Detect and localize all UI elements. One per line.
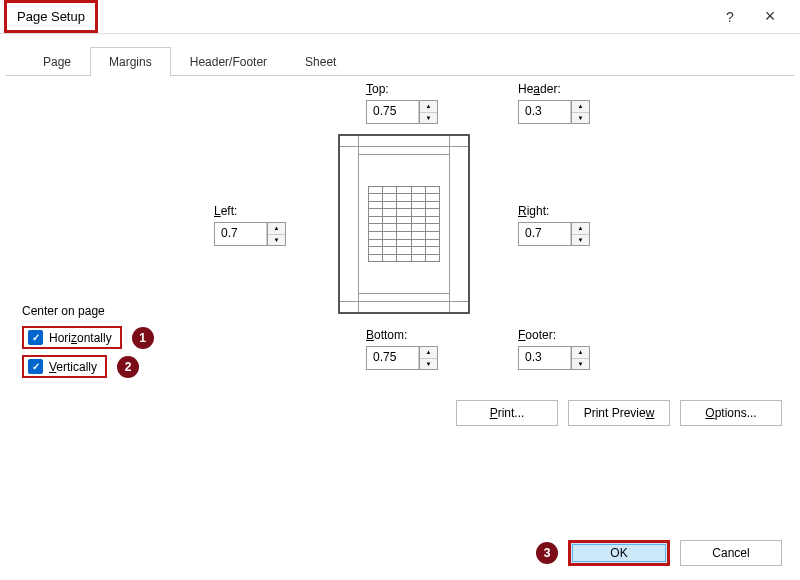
arrow-down-icon[interactable]: ▼ <box>420 113 437 124</box>
input-top[interactable]: 0.75 <box>367 101 419 123</box>
margin-footer-group: Footer: 0.3 ▲▼ <box>518 328 590 370</box>
center-on-page-label: Center on page <box>22 304 154 318</box>
titlebar: Page Setup ? × <box>0 0 800 34</box>
checkbox-horizontally-wrap[interactable]: ✓ Horizontally <box>22 326 122 349</box>
print-preview-button[interactable]: Print Preview <box>568 400 670 426</box>
margin-right-group: Right: 0.7 ▲▼ <box>518 204 590 246</box>
tab-headerfooter[interactable]: Header/Footer <box>171 47 286 76</box>
arrow-up-icon[interactable]: ▲ <box>572 101 589 113</box>
spinner-arrows[interactable]: ▲▼ <box>571 223 589 245</box>
arrow-up-icon[interactable]: ▲ <box>268 223 285 235</box>
spinner-top[interactable]: 0.75 ▲▼ <box>366 100 438 124</box>
page-preview <box>338 134 470 314</box>
label-footer: Footer: <box>518 328 590 342</box>
arrow-down-icon[interactable]: ▼ <box>572 235 589 246</box>
tab-page[interactable]: Page <box>24 47 90 76</box>
tab-strip: Page Margins Header/Footer Sheet <box>6 34 794 76</box>
dialog-title: Page Setup <box>4 0 98 33</box>
input-bottom[interactable]: 0.75 <box>367 347 419 369</box>
arrow-up-icon[interactable]: ▲ <box>572 223 589 235</box>
arrow-down-icon[interactable]: ▼ <box>572 113 589 124</box>
options-button[interactable]: Options... <box>680 400 782 426</box>
input-right[interactable]: 0.7 <box>519 223 571 245</box>
spinner-arrows[interactable]: ▲▼ <box>419 101 437 123</box>
help-icon[interactable]: ? <box>710 0 750 34</box>
ok-button[interactable]: OK <box>568 540 670 566</box>
arrow-down-icon[interactable]: ▼ <box>420 359 437 370</box>
spinner-arrows[interactable]: ▲▼ <box>419 347 437 369</box>
label-right: Right: <box>518 204 590 218</box>
checkbox-label-vertically: Vertically <box>49 360 97 374</box>
print-button[interactable]: Print... <box>456 400 558 426</box>
margin-bottom-group: Bottom: 0.75 ▲▼ <box>366 328 438 370</box>
arrow-down-icon[interactable]: ▼ <box>572 359 589 370</box>
preview-grid <box>368 186 440 262</box>
checkbox-vertically-wrap[interactable]: ✓ Vertically <box>22 355 107 378</box>
close-icon[interactable]: × <box>750 0 790 34</box>
content: Top: 0.75 ▲▼ Header: 0.3 ▲▼ Left: 0.7 ▲▼… <box>0 76 800 86</box>
annotation-badge-2: 2 <box>117 356 139 378</box>
margin-left-group: Left: 0.7 ▲▼ <box>214 204 286 246</box>
annotation-badge-3: 3 <box>536 542 558 564</box>
input-footer[interactable]: 0.3 <box>519 347 571 369</box>
spinner-header[interactable]: 0.3 ▲▼ <box>518 100 590 124</box>
input-left[interactable]: 0.7 <box>215 223 267 245</box>
dialog-action-row: 3 OK Cancel <box>536 540 782 566</box>
tab-sheet[interactable]: Sheet <box>286 47 355 76</box>
arrow-up-icon[interactable]: ▲ <box>420 347 437 359</box>
arrow-up-icon[interactable]: ▲ <box>420 101 437 113</box>
spinner-right[interactable]: 0.7 ▲▼ <box>518 222 590 246</box>
input-header[interactable]: 0.3 <box>519 101 571 123</box>
checkmark-icon: ✓ <box>28 330 43 345</box>
spinner-arrows[interactable]: ▲▼ <box>571 347 589 369</box>
checkbox-label-horizontally: Horizontally <box>49 331 112 345</box>
spinner-left[interactable]: 0.7 ▲▼ <box>214 222 286 246</box>
spinner-footer[interactable]: 0.3 ▲▼ <box>518 346 590 370</box>
label-header: Header: <box>518 82 590 96</box>
checkmark-icon: ✓ <box>28 359 43 374</box>
arrow-up-icon[interactable]: ▲ <box>572 347 589 359</box>
spinner-arrows[interactable]: ▲▼ <box>571 101 589 123</box>
spinner-bottom[interactable]: 0.75 ▲▼ <box>366 346 438 370</box>
annotation-badge-1: 1 <box>132 327 154 349</box>
margin-top-group: Top: 0.75 ▲▼ <box>366 82 438 124</box>
label-top: Top: <box>366 82 438 96</box>
secondary-button-row: Print... Print Preview Options... <box>456 400 782 426</box>
label-left: Left: <box>214 204 286 218</box>
center-on-page-section: Center on page ✓ Horizontally 1 ✓ Vertic… <box>22 304 154 384</box>
label-bottom: Bottom: <box>366 328 438 342</box>
margin-header-group: Header: 0.3 ▲▼ <box>518 82 590 124</box>
tab-margins[interactable]: Margins <box>90 47 171 76</box>
spinner-arrows[interactable]: ▲▼ <box>267 223 285 245</box>
arrow-down-icon[interactable]: ▼ <box>268 235 285 246</box>
cancel-button[interactable]: Cancel <box>680 540 782 566</box>
